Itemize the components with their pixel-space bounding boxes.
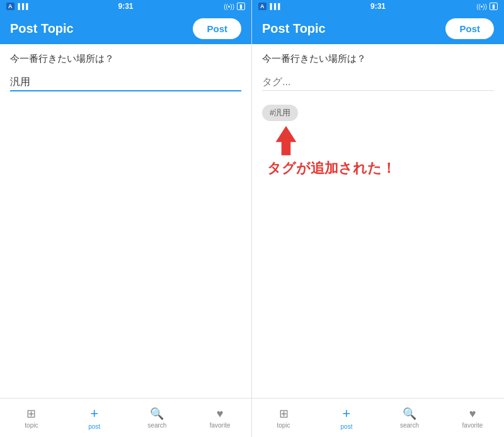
post-button-left[interactable]: Post — [193, 18, 241, 39]
search-icon-right: 🔍 — [403, 407, 416, 421]
content-left: 今一番行きたい場所は？ — [0, 44, 251, 398]
nav-label-favorite-right: favorite — [462, 422, 483, 429]
nav-topic-right[interactable]: ⊞ topic — [265, 407, 302, 429]
topic-question-right: 今一番行きたい場所は？ — [262, 53, 494, 65]
tag-input-right[interactable] — [262, 74, 494, 91]
favorite-icon-left: ♥ — [217, 407, 224, 421]
time-left: 9:31 — [118, 2, 133, 11]
topic-question-left: 今一番行きたい場所は？ — [10, 53, 241, 65]
nav-label-favorite-left: favorite — [210, 422, 231, 429]
annotation-text: タグが追加された！ — [262, 159, 494, 178]
status-right-left: ((•)) ▮ — [224, 3, 245, 10]
panel-right: A ▌▌▌ 9:31 ((•)) ▮ Post Topic Post 今一番行き… — [252, 0, 504, 437]
status-bar-left: A ▌▌▌ 9:31 ((•)) ▮ — [0, 0, 251, 13]
tag-chip[interactable]: #汎用 — [262, 105, 298, 121]
favorite-icon-right: ♥ — [469, 407, 476, 421]
nav-favorite-left[interactable]: ♥ favorite — [201, 407, 239, 429]
wifi-icon-right: ((•)) — [476, 3, 487, 10]
nav-label-search-right: search — [400, 422, 419, 429]
post-icon-left: + — [90, 405, 98, 422]
nav-favorite-right[interactable]: ♥ favorite — [454, 407, 491, 429]
bottom-nav-left: ⊞ topic + post 🔍 search ♥ favorite — [0, 398, 251, 437]
wifi-icon-left: ((•)) — [224, 3, 234, 10]
nav-label-search-left: search — [147, 422, 166, 429]
status-bar-right: A ▌▌▌ 9:31 ((•)) ▮ — [252, 0, 504, 13]
a-icon-right: A — [258, 3, 266, 10]
post-button-right[interactable]: Post — [445, 18, 494, 39]
tag-input-left[interactable] — [10, 74, 241, 91]
post-icon-right: + — [343, 405, 351, 422]
a-icon-left: A — [6, 3, 14, 10]
svg-marker-0 — [276, 126, 297, 155]
up-arrow-icon — [273, 125, 299, 156]
battery-icon-right: ▮ — [490, 3, 498, 10]
signal-icon-right: ▌▌▌ — [270, 3, 282, 9]
signal-icon-left: ▌▌▌ — [18, 3, 30, 9]
bottom-nav-right: ⊞ topic + post 🔍 search ♥ favorite — [252, 398, 504, 437]
nav-label-post-right: post — [341, 423, 353, 430]
tag-chip-container: #汎用 — [262, 98, 494, 121]
nav-label-topic-left: topic — [25, 422, 38, 429]
battery-icon-left: ▮ — [237, 3, 245, 10]
nav-search-left[interactable]: 🔍 search — [138, 407, 176, 429]
nav-label-post-left: post — [88, 423, 100, 430]
arrow-container — [262, 125, 494, 156]
nav-topic-left[interactable]: ⊞ topic — [13, 407, 50, 429]
app-header-right: Post Topic Post — [252, 13, 504, 44]
search-icon-left: 🔍 — [150, 407, 164, 421]
status-icons-left: A ▌▌▌ — [6, 3, 30, 10]
nav-post-left[interactable]: + post — [76, 405, 113, 430]
topic-icon-right: ⊞ — [279, 407, 289, 421]
app-header-left: Post Topic Post — [0, 13, 251, 44]
topic-icon-left: ⊞ — [26, 407, 36, 421]
nav-post-right[interactable]: + post — [328, 405, 365, 430]
status-right-right: ((•)) ▮ — [476, 3, 498, 10]
nav-label-topic-right: topic — [277, 422, 290, 429]
content-right: 今一番行きたい場所は？ #汎用 タグが追加された！ — [252, 44, 504, 398]
time-right: 9:31 — [370, 2, 386, 11]
app-title-right: Post Topic — [262, 21, 326, 36]
panel-left: A ▌▌▌ 9:31 ((•)) ▮ Post Topic Post 今一番行き… — [0, 0, 252, 437]
app-title-left: Post Topic — [10, 21, 74, 36]
status-icons-right: A ▌▌▌ — [258, 3, 282, 10]
nav-search-right[interactable]: 🔍 search — [391, 407, 428, 429]
